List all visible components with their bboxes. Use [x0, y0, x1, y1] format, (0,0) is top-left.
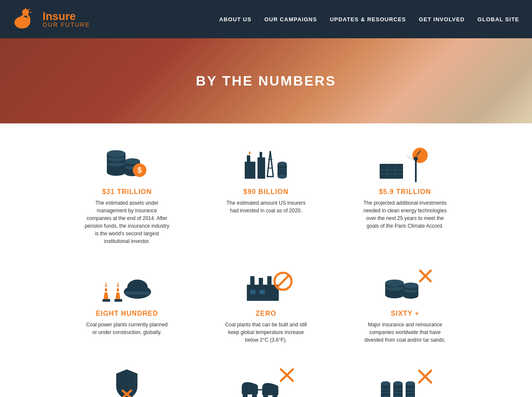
stat-59-trillion: $5.9 TRILLION The projected additional i…	[342, 145, 468, 245]
svg-point-31	[412, 148, 428, 163]
stat-twenty-six: TWENTY SIX Major insurance and reinsuran…	[64, 365, 190, 397]
svg-point-1	[22, 9, 29, 16]
svg-rect-51	[250, 276, 255, 286]
stat-eight: EIGHT US insurers that have committed to…	[203, 365, 329, 397]
nav-global-site[interactable]: GLOBAL SITE	[478, 16, 519, 23]
logo-insure: Insure	[43, 11, 90, 22]
stat-31t-title: $31 TRILLION	[102, 188, 152, 196]
svg-rect-72	[242, 385, 258, 394]
svg-point-62	[385, 280, 404, 286]
barrels-x-icon	[375, 365, 435, 397]
svg-rect-49	[126, 291, 149, 295]
nav-get-involved[interactable]: GET INVOLVED	[419, 16, 465, 23]
stat-90-billion: $90 BILLION The estimated amount US insu…	[203, 145, 329, 245]
money-stack-icon: $	[97, 145, 157, 183]
coal-industry-icon	[236, 145, 296, 183]
stat-800-desc: Coal power plants currently planned or u…	[84, 321, 169, 336]
stat-31-trillion: $ $31 TRILLION The estimated assets unde…	[64, 145, 190, 245]
stat-zero-title: ZERO	[256, 310, 276, 317]
site-header: Insure OUR FUTURE ABOUT US OUR CAMPAIGNS…	[0, 0, 532, 38]
svg-rect-55	[260, 290, 265, 294]
svg-point-82	[381, 381, 390, 386]
svg-text:$: $	[137, 166, 142, 174]
logo[interactable]: Insure OUR FUTURE	[13, 6, 90, 32]
stats-grid: $ $31 TRILLION The estimated assets unde…	[64, 145, 468, 397]
money-x-icon	[375, 266, 435, 305]
logo-text: Insure OUR FUTURE	[43, 11, 90, 28]
svg-point-67	[403, 283, 418, 288]
stat-sixty-plus: SIXTY + Major insurance and reinsurance …	[342, 266, 468, 344]
svg-rect-22	[260, 152, 262, 159]
stat-eight-hundred: EIGHT HUNDRED Coal power plants currentl…	[64, 266, 190, 344]
stat-59t-desc: The projected additional investments nee…	[363, 199, 448, 230]
svg-marker-39	[103, 281, 109, 300]
svg-line-57	[277, 275, 289, 288]
svg-rect-52	[259, 278, 263, 286]
svg-marker-43	[115, 281, 120, 300]
stat-zero-desc: Coal plants that can be built and still …	[223, 321, 309, 344]
nav-our-campaigns[interactable]: OUR CAMPAIGNS	[264, 16, 317, 23]
svg-rect-19	[245, 162, 255, 179]
svg-rect-21	[257, 157, 265, 179]
svg-rect-40	[103, 299, 110, 302]
main-content: $ $31 TRILLION The estimated assets unde…	[0, 123, 532, 397]
svg-rect-53	[267, 276, 272, 286]
svg-rect-54	[250, 290, 255, 294]
stat-90b-desc: The estimated amount US insurers had inv…	[223, 199, 309, 214]
clean-energy-icon	[375, 145, 435, 183]
svg-rect-76	[262, 386, 278, 395]
svg-point-92	[406, 381, 415, 386]
svg-line-3	[29, 9, 30, 10]
svg-rect-20	[247, 155, 250, 163]
stat-sixty-title: SIXTY +	[391, 310, 419, 317]
svg-point-27	[277, 162, 287, 166]
svg-marker-23	[267, 151, 273, 177]
nav-about-us[interactable]: ABOUT US	[219, 16, 252, 23]
svg-rect-32	[380, 164, 403, 179]
hero-title: BY THE NUMBERS	[196, 73, 336, 89]
svg-point-38	[414, 157, 418, 161]
logo-icon	[13, 6, 38, 32]
stat-sixty-desc: Major insurance and reinsurance companie…	[363, 321, 448, 344]
stat-31t-desc: The estimated assets under management by…	[84, 199, 169, 245]
stat-four: FOUR US insurers that have committed to …	[342, 365, 468, 397]
nav-updates[interactable]: UPDATES & RESOURCES	[330, 16, 406, 23]
svg-point-16	[125, 158, 140, 164]
stat-90b-title: $90 BILLION	[243, 188, 289, 196]
logo-our-future: OUR FUTURE	[43, 22, 90, 28]
stat-zero: ZERO Coal plants that can be built and s…	[203, 266, 329, 344]
main-nav: ABOUT US OUR CAMPAIGNS UPDATES & RESOURC…	[219, 16, 519, 23]
stat-800-title: EIGHT HUNDRED	[96, 310, 158, 317]
stat-59t-title: $5.9 TRILLION	[379, 188, 431, 196]
svg-point-87	[393, 381, 403, 386]
hero-banner: BY THE NUMBERS	[0, 38, 532, 123]
factory-zero-icon	[236, 266, 296, 305]
svg-point-28	[277, 174, 287, 179]
svg-rect-44	[114, 299, 122, 302]
cart-x-icon	[236, 365, 296, 397]
shield-x-icon	[97, 365, 157, 397]
svg-point-11	[107, 150, 126, 157]
construction-icon	[97, 266, 157, 305]
